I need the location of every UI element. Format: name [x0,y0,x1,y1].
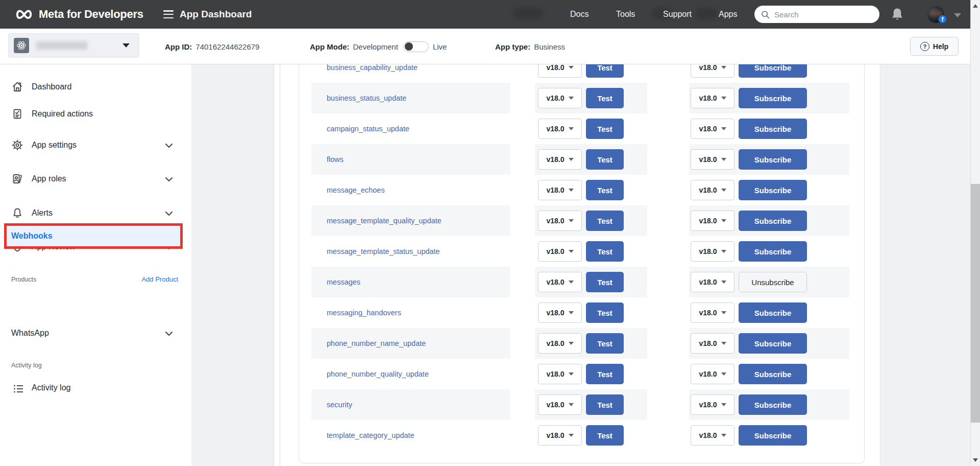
test-version-dropdown[interactable]: v18.0 [538,180,582,200]
chevron-down-icon [721,219,726,222]
test-version-dropdown[interactable]: v18.0 [538,425,582,446]
webhook-field-link[interactable]: business_status_update [327,94,406,102]
subscribe-version-dropdown[interactable]: v18.0 [691,180,734,200]
redacted-nav-item [513,8,543,19]
scrollbar-thumb[interactable] [971,184,980,423]
subscribe-version-dropdown[interactable]: v18.0 [691,394,734,415]
nav-item-tools[interactable]: Tools [616,0,635,29]
app-mode-toggle[interactable] [403,41,429,52]
webhook-field-link[interactable]: flows [327,155,344,164]
test-button[interactable]: Test [586,241,624,262]
subscribe-button[interactable]: Subscribe [739,333,807,354]
subscribe-version-dropdown[interactable]: v18.0 [691,149,734,170]
scroll-up-arrow[interactable] [973,4,978,8]
webhook-field-link[interactable]: template_category_update [327,431,414,439]
nav-item-apps[interactable]: Apps [719,0,737,29]
subscribe-version-dropdown[interactable]: v18.0 [691,302,734,323]
webhook-field-link[interactable]: message_template_quality_update [327,217,442,225]
table-row: business_status_update v18.0 Test v18.0 … [311,83,849,113]
sidebar-item-alerts[interactable]: Alerts [0,205,191,221]
sidebar-item-whatsapp[interactable]: WhatsApp [0,325,191,341]
bell-icon[interactable] [891,8,903,21]
subscribe-button[interactable]: Subscribe [739,425,807,446]
app-selector-dropdown[interactable] [8,33,139,58]
test-version-dropdown[interactable]: v18.0 [538,394,582,415]
subscribe-button[interactable]: Subscribe [739,88,807,108]
webhook-field-link[interactable]: message_template_status_update [327,247,440,255]
brand[interactable]: Meta for Developers [13,0,143,29]
subscribe-button[interactable]: Subscribe [739,364,807,384]
test-button[interactable]: Test [586,119,624,139]
add-product-link[interactable]: Add Product [141,275,178,283]
chevron-down-icon [569,372,574,376]
version-value: v18.0 [699,125,717,133]
nav-item-support[interactable]: Support [663,0,692,29]
sidebar-item-app-settings[interactable]: App settings [0,137,191,153]
webhook-field-link[interactable]: messaging_handovers [327,309,401,317]
webhook-field-link[interactable]: message_echoes [327,186,385,194]
subscribe-button[interactable]: Unsubscribe [739,272,807,292]
test-button[interactable]: Test [586,302,624,323]
test-button[interactable]: Test [586,88,624,108]
test-version-dropdown[interactable]: v18.0 [538,88,582,108]
test-button[interactable]: Test [586,394,624,415]
test-button[interactable]: Test [586,64,624,78]
sidebar-item-webhooks[interactable]: Webhooks [4,223,183,249]
subscribe-button[interactable]: Subscribe [739,241,807,262]
subscribe-button[interactable]: Subscribe [739,394,807,415]
test-version-dropdown[interactable]: v18.0 [538,272,582,292]
subscribe-version-dropdown[interactable]: v18.0 [691,241,734,262]
test-version-dropdown[interactable]: v18.0 [538,302,582,323]
sidebar-item-activity-log[interactable]: Activity log [0,381,191,397]
help-button[interactable]: ? Help [910,37,959,56]
account-chevron-down-icon[interactable] [954,13,961,17]
subscribe-button[interactable]: Subscribe [739,64,807,78]
test-button[interactable]: Test [586,364,624,384]
version-value: v18.0 [546,370,564,378]
nav-item-docs[interactable]: Docs [570,0,589,29]
home-icon [11,81,23,93]
webhook-field-link[interactable]: phone_number_quality_update [327,370,429,378]
hamburger-menu-icon[interactable] [163,10,174,18]
sidebar-item-app-roles[interactable]: App roles [0,171,191,187]
test-button[interactable]: Test [586,272,624,292]
search-input[interactable]: Search [754,6,879,23]
subscribe-version-dropdown[interactable]: v18.0 [691,119,734,139]
subscribe-version-dropdown[interactable]: v18.0 [691,272,734,292]
subscribe-button[interactable]: Subscribe [739,180,807,200]
webhook-field-link[interactable]: business_capability_update [327,64,418,72]
webhook-field-link[interactable]: security [327,401,352,409]
test-button[interactable]: Test [586,333,624,354]
subscribe-button[interactable]: Subscribe [739,302,807,323]
subscribe-version-dropdown[interactable]: v18.0 [691,211,734,231]
page-scrollbar[interactable] [970,0,980,466]
test-version-dropdown[interactable]: v18.0 [538,64,582,78]
test-button[interactable]: Test [586,425,624,446]
subscribe-version-dropdown[interactable]: v18.0 [691,64,734,78]
sidebar-item-required-actions[interactable]: Required actions [0,106,191,122]
test-version-dropdown[interactable]: v18.0 [538,364,582,384]
table-row: messages v18.0 Test v18.0 Unsubscribe [311,267,849,297]
webhook-field-link[interactable]: messages [327,278,360,286]
subscribe-version-dropdown[interactable]: v18.0 [691,88,734,108]
test-button[interactable]: Test [586,180,624,200]
test-version-dropdown[interactable]: v18.0 [538,211,582,231]
panel-scrollbar-track[interactable] [274,64,280,466]
subscribe-version-dropdown[interactable]: v18.0 [691,333,734,354]
subscribe-button[interactable]: Subscribe [739,149,807,170]
test-version-dropdown[interactable]: v18.0 [538,149,582,170]
subscribe-button[interactable]: Subscribe [739,119,807,139]
test-version-dropdown[interactable]: v18.0 [538,241,582,262]
test-button[interactable]: Test [586,149,624,170]
subscribe-version-dropdown[interactable]: v18.0 [691,425,734,446]
scroll-down-arrow[interactable] [973,458,978,462]
test-version-dropdown[interactable]: v18.0 [538,333,582,354]
test-button[interactable]: Test [586,211,624,231]
subscribe-version-dropdown[interactable]: v18.0 [691,364,734,384]
test-version-dropdown[interactable]: v18.0 [538,119,582,139]
subscribe-button[interactable]: Subscribe [739,211,807,231]
webhook-field-link[interactable]: phone_number_name_update [327,339,426,347]
sidebar-item-dashboard[interactable]: Dashboard [0,79,191,95]
chevron-down-icon [164,331,174,337]
webhook-field-link[interactable]: campaign_status_update [327,125,409,133]
